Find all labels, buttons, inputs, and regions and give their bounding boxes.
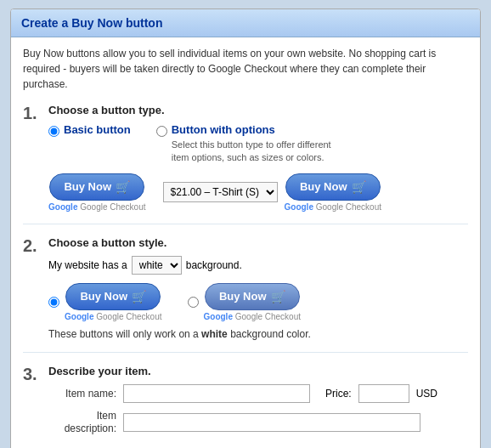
usd-label: USD xyxy=(416,388,437,400)
item-name-input[interactable] xyxy=(123,384,310,403)
step2-number: 2. xyxy=(23,236,48,340)
style-options: Buy Now 🛒 Google Google Checkout xyxy=(48,283,468,321)
main-container: Create a Buy Now button Buy Now buttons … xyxy=(10,9,481,448)
step2-title: Choose a button style. xyxy=(48,236,468,249)
step3-content: Describe your item. Item name: Price: US… xyxy=(48,365,468,443)
style-radio-2[interactable] xyxy=(188,297,199,308)
options-button-preview: Buy Now 🛒 Google Google Checkout xyxy=(285,173,382,212)
button-types: Basic button Button with options Select … xyxy=(48,123,468,165)
intro-text: Buy Now buttons allow you to sell indivi… xyxy=(23,46,468,92)
style1-preview: Buy Now 🛒 Google Google Checkout xyxy=(65,283,162,321)
option2-desc: Select this button type to offer differe… xyxy=(172,139,341,165)
basic-buy-now-button[interactable]: Buy Now 🛒 xyxy=(49,173,144,201)
basic-buy-now-text: Buy Now xyxy=(64,180,111,193)
style1-buy-now-button[interactable]: Buy Now 🛒 xyxy=(65,283,161,310)
button-previews: Buy Now 🛒 Google Google Checkout $21.00 … xyxy=(48,173,468,212)
style1-google-text: Google xyxy=(65,312,93,321)
background-row: My website has a white light dark backgr… xyxy=(48,256,468,275)
step1-number: 1. xyxy=(23,104,48,212)
note-bold: white xyxy=(201,328,228,340)
style2-buy-now-button[interactable]: Buy Now 🛒 xyxy=(205,283,300,310)
basic-google-checkout-label: Google Google Checkout xyxy=(48,202,146,212)
style2-cart-icon: 🛒 xyxy=(271,290,285,303)
options-google-text: Google xyxy=(285,202,313,212)
note-suffix: background color. xyxy=(230,328,311,340)
options-checkout-label: Google Checkout xyxy=(316,202,381,212)
item-desc-label: Itemdescription: xyxy=(48,410,116,436)
basic-button-preview: Buy Now 🛒 Google Google Checkout xyxy=(48,173,146,212)
item-name-label: Item name: xyxy=(48,388,116,400)
item-desc-row: Itemdescription: xyxy=(48,410,468,436)
style2-buy-now-text: Buy Now xyxy=(219,290,267,303)
item-desc-input[interactable] xyxy=(123,413,420,432)
bg-text2: background. xyxy=(186,259,242,271)
options-cart-icon: 🛒 xyxy=(352,180,366,194)
style1-checkout-text: Google Checkout xyxy=(96,312,161,321)
step3-title: Describe your item. xyxy=(48,365,468,377)
section-2: 2. Choose a button style. My website has… xyxy=(23,236,468,353)
style2-checkout-text: Google Checkout xyxy=(235,312,301,321)
basic-button-label: Basic button xyxy=(64,123,131,136)
step1-content: Choose a button type. Basic button Butto… xyxy=(48,104,468,212)
section-1: 1. Choose a button type. Basic button Bu… xyxy=(23,104,468,224)
cart-icon: 🛒 xyxy=(116,180,130,194)
style1-cart-icon: 🛒 xyxy=(132,290,146,303)
button-with-options-label: Button with options xyxy=(172,123,275,136)
button-with-options-radio[interactable] xyxy=(156,126,167,137)
style2-google-label: Google Google Checkout xyxy=(204,312,302,321)
style-radio-1[interactable] xyxy=(48,297,59,308)
basic-button-option[interactable]: Basic button xyxy=(48,123,131,165)
note-text: These buttons will only work on a white … xyxy=(48,328,468,340)
style1-google-label: Google Google Checkout xyxy=(65,312,162,321)
checkout-label: Google Checkout xyxy=(80,202,145,212)
style2-google-text: Google xyxy=(204,312,233,321)
style-option-2[interactable]: Buy Now 🛒 Google Google Checkout xyxy=(188,283,302,321)
options-buy-now-button[interactable]: Buy Now 🛒 xyxy=(285,173,381,201)
bg-select[interactable]: white light dark xyxy=(132,256,182,275)
dropdown-group: $21.00 – T-Shirt (S) Buy Now 🛒 Google Go… xyxy=(163,173,382,212)
google-text: Google xyxy=(48,202,77,212)
step1-title: Choose a button type. xyxy=(48,104,468,116)
bg-text1: My website has a xyxy=(48,259,127,271)
style2-preview: Buy Now 🛒 Google Google Checkout xyxy=(204,283,302,321)
options-google-checkout-label: Google Google Checkout xyxy=(285,202,382,212)
step2-content: Choose a button style. My website has a … xyxy=(48,236,468,340)
price-label: Price: xyxy=(325,388,352,400)
note-prefix: These buttons will only work on a xyxy=(48,328,199,340)
button-with-options-option[interactable]: Button with options Select this button t… xyxy=(156,123,341,165)
content-area: Buy Now buttons allow you to sell indivi… xyxy=(11,37,480,448)
title-bar: Create a Buy Now button xyxy=(11,9,480,37)
options-buy-now-text: Buy Now xyxy=(300,180,347,193)
price-input[interactable] xyxy=(358,384,409,403)
style1-buy-now-text: Buy Now xyxy=(80,290,127,303)
section-3: 3. Describe your item. Item name: Price:… xyxy=(23,365,468,448)
basic-button-radio[interactable] xyxy=(48,126,59,137)
item-select[interactable]: $21.00 – T-Shirt (S) xyxy=(163,182,278,202)
style-option-1[interactable]: Buy Now 🛒 Google Google Checkout xyxy=(48,283,162,321)
page-title: Create a Buy Now button xyxy=(21,16,470,30)
step3-number: 3. xyxy=(23,365,48,443)
item-name-row: Item name: Price: USD xyxy=(48,384,468,403)
